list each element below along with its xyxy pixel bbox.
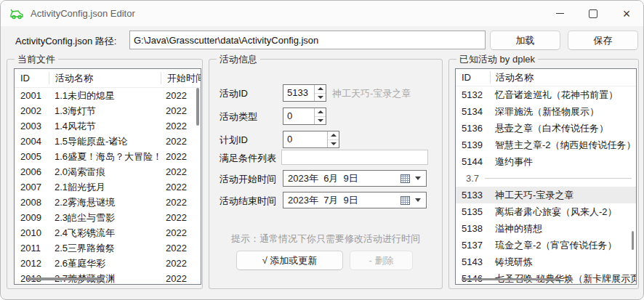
table-row[interactable]: 20021.3海灯节2022 [15,103,201,118]
cell-id: 5134 [456,103,490,120]
condition-list-label: 满足条件列表 [220,152,276,165]
table-row[interactable]: 20011.1未归的熄星2022 [15,88,201,103]
cell-id: 2012 [15,256,49,271]
cell-id: 5146 [456,270,490,285]
start-time-datepicker[interactable]: 2023年 6月 9日 [283,170,427,187]
cell-start: 2022 [160,256,201,271]
list-item[interactable]: 5132忆音诸途巡礼（花神书前置） [456,86,636,103]
cell-id: 2008 [15,195,49,210]
spin-up-button[interactable] [315,85,326,94]
cell-name: 2.5三界路飨祭 [49,240,160,256]
activity-info-group: 活动信息 活动ID 5133 神工天巧-宝录之章 活动类型 0 计划ID 0 [209,59,443,289]
cell-start: 2022 [160,134,201,149]
column-header-start[interactable]: 开始时间 [161,72,201,84]
list-item[interactable]: 5136悬壶之章（白术传说任务） [456,120,636,137]
down-arrow-icon [318,119,323,122]
cell-name: 七圣召唤-秘典华焕（新卡牌展示页 [490,270,636,285]
list-item[interactable]: 5139智慧主之章-2（纳西妲传说任务） [456,137,636,153]
plan-id-value: 0 [283,131,327,147]
load-button[interactable]: 加载 [490,31,560,50]
list-item[interactable]: 5138溢神的猜想 [456,220,636,237]
list-item[interactable]: 5137琉金之章-2（宵宫传说任务） [456,237,636,254]
cell-start: 2022 [160,88,201,103]
column-header-name[interactable]: 活动名称 [49,72,161,84]
condition-list-input[interactable] [281,150,428,165]
minimize-icon [556,13,564,14]
list-item[interactable]: 5143铸境研炼 [456,254,636,270]
table-row[interactable]: 20112.5三界路飨祭2022 [15,240,201,256]
horizontal-scrollbar[interactable] [462,278,560,280]
current-file-group-title: 当前文件 [15,53,58,66]
list-item[interactable]: 5133神工天巧-宝录之章 [456,187,636,203]
cell-start: 2022 [160,149,201,164]
cell-start: 2022 [160,103,201,118]
list-item[interactable]: 5146七圣召唤-秘典华焕（新卡牌展示页 [456,270,636,285]
table-row[interactable]: 20051.6盛夏！海岛？大冒险！2022 [15,149,201,164]
cell-name: 1.6盛夏！海岛？大冒险！ [49,149,160,164]
cell-id: 2010 [15,225,49,240]
activity-name-hint: 神工天巧-宝录之章 [332,87,411,100]
titlebar: ActivityConfig.json Editor × [1,1,643,26]
calendar-icon [401,196,410,205]
list-item[interactable]: 5134深罪施洗（新怪物展示） [456,103,636,120]
up-arrow-icon [318,87,323,90]
table-row[interactable]: 20122.6堇庭华彩2022 [15,256,201,271]
activity-type-spinner[interactable]: 0 [283,108,326,125]
known-activities-group: 已知活动 by dplek ID 活动名称 5132忆音诸途巡礼（花神书前置）5… [448,59,639,289]
add-or-update-button[interactable]: √ 添加或更新 [236,251,343,270]
table-row[interactable]: 20072.1韶光抚月2022 [15,179,201,195]
dropdown-arrow-icon[interactable] [415,177,421,180]
plan-id-spinner[interactable]: 0 [283,131,339,148]
current-file-group: 当前文件 ID 活动名称 开始时间 20011.1未归的熄星202220021.… [7,59,203,289]
cell-name: 1.3海灯节 [49,103,160,118]
list-item[interactable]: 5144邀约事件 [456,153,636,170]
cell-id: 5143 [456,254,490,270]
cell-start: 2022 [160,179,201,195]
table-row[interactable]: 20082.2雾海悬谜境2022 [15,195,201,210]
cell-name: 2.4飞彩镌流年 [49,225,160,240]
spinner-buttons [327,131,339,147]
close-icon: × [623,7,631,20]
cell-name: 深罪施洗（新怪物展示） [490,103,636,120]
cell-id: 5139 [456,137,490,153]
cell-id: 5135 [456,203,490,220]
spin-up-button[interactable] [328,131,339,140]
list-item[interactable]: 5135离垢者肃心旅宴（风来人-2） [456,203,636,220]
minimize-button[interactable] [543,1,576,26]
table-row[interactable]: 20031.4风花节2022 [15,118,201,134]
maximize-button[interactable] [576,1,610,26]
up-arrow-icon [318,110,323,113]
dropdown-arrow-icon[interactable] [415,198,421,202]
save-button[interactable]: 保存 [568,31,638,50]
cell-id: 5136 [456,120,490,137]
vertical-scrollbar[interactable] [632,231,634,250]
up-arrow-icon [331,134,337,137]
table-row[interactable]: 20041.5导能原盘-诸论2022 [15,134,201,149]
app-icon [9,8,24,20]
version-label: 3.7 [456,173,479,184]
cell-name: 1.1未归的熄星 [49,88,160,103]
vertical-scrollbar[interactable] [196,88,199,126]
table-row[interactable]: 20092.3皑尘与雪影2022 [15,210,201,225]
hint-text: 提示：通常情况下你只需要修改活动进行时间 [217,232,435,246]
cell-name: 2.2雾海悬谜境 [49,195,160,210]
down-arrow-icon [318,96,323,99]
cell-name: 2.6堇庭华彩 [49,256,160,271]
close-button[interactable]: × [610,1,643,26]
activity-id-spinner[interactable]: 5133 [283,84,326,102]
table-row[interactable]: 20102.4飞彩镌流年2022 [15,225,201,240]
spin-down-button[interactable] [315,94,326,102]
spin-up-button[interactable] [315,108,326,117]
end-time-datepicker[interactable]: 2023年 7月 9日 [283,192,427,208]
path-input[interactable] [129,31,486,49]
table-row[interactable]: 20062.0渴索雷痕2022 [15,164,201,179]
cell-id: 2006 [15,164,49,179]
spin-down-button[interactable] [315,117,326,125]
cell-name: 2.1韶光抚月 [49,179,160,195]
cell-name: 离垢者肃心旅宴（风来人-2） [490,203,636,220]
horizontal-scrollbar[interactable] [27,277,103,280]
delete-button[interactable]: - 删除 [350,251,413,270]
column-header-name: 活动名称 [491,71,636,84]
column-header-id[interactable]: ID [15,72,49,84]
spin-down-button[interactable] [328,140,339,148]
